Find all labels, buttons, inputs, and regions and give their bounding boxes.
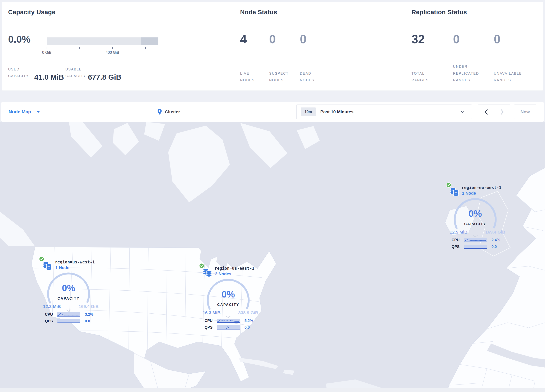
axis-tick-label: 0 GiB	[34, 50, 59, 55]
total-ranges-count: 32	[411, 33, 425, 45]
panel-divider	[517, 4, 517, 88]
region-marker-eu-west-1[interactable]: region=eu-west-1 1 Node 0% CAPACITY 12.5…	[446, 181, 508, 252]
chevron-down-icon	[461, 111, 464, 113]
suspect-nodes-count: 0	[269, 33, 276, 45]
dead-nodes-count: 0	[300, 33, 307, 45]
region-used-capacity: 16.3 MiB	[203, 310, 220, 315]
capacity-percent: 0%	[207, 290, 249, 299]
capacity-label: CAPACITY	[454, 222, 496, 226]
qps-label: QPS	[452, 245, 459, 249]
previous-interval-button[interactable]	[478, 105, 494, 119]
region-marker-us-east-1[interactable]: region=us-east-1 2 Nodes 0% CAPACITY 16.…	[198, 262, 261, 333]
region-used-capacity: 12.5 MiB	[450, 230, 467, 235]
axis-tick	[145, 47, 146, 49]
total-ranges-label: TOTAL RANGES	[411, 70, 429, 83]
region-name: region=us-west-1	[55, 260, 95, 264]
cpu-label: CPU	[45, 312, 53, 317]
region-used-capacity: 12.2 MiB	[43, 304, 61, 309]
axis-tick	[47, 47, 47, 49]
node-map-canvas[interactable]: region=us-west-1 1 Node 0% CAPACITY 12.2…	[0, 122, 545, 392]
node-status-title: Node Status	[240, 9, 277, 16]
dead-nodes-label: DEAD NODES	[300, 70, 315, 83]
replication-status-title: Replication Status	[411, 9, 467, 16]
region-usable-capacity: 169.4 GiB	[79, 304, 99, 309]
qps-label: QPS	[45, 319, 53, 324]
usable-capacity-value: 677.8 GiB	[88, 73, 121, 81]
capacity-percent: 0%	[48, 284, 89, 293]
capacity-usage-percent: 0.0%	[8, 34, 31, 44]
cpu-value: 5.2%	[244, 319, 253, 323]
time-range-dropdown[interactable]: 10m Past 10 Minutes	[296, 105, 472, 119]
region-usable-capacity: 169.4 GiB	[485, 230, 505, 235]
now-button-label: Now	[520, 109, 530, 114]
cpu-sparkline	[464, 238, 487, 242]
qps-value: 0.0	[85, 319, 90, 324]
time-range-label: Past 10 Minutes	[320, 109, 353, 114]
view-selector[interactable]: Node Map	[9, 102, 40, 122]
region-node-count: 1 Node	[55, 265, 69, 270]
axis-tick	[79, 47, 80, 49]
live-nodes-label: LIVE NODES	[240, 70, 255, 83]
database-stack-icon	[203, 267, 212, 277]
chevron-right-icon	[501, 109, 504, 115]
region-marker-us-west-1[interactable]: region=us-west-1 1 Node 0% CAPACITY 12.2…	[39, 255, 102, 327]
qps-value: 0.0	[491, 245, 497, 249]
under-replicated-label: UNDER- REPLICATED RANGES	[453, 63, 479, 83]
capacity-percent: 0%	[454, 209, 496, 218]
time-range-badge: 10m	[301, 107, 316, 116]
region-usable-capacity: 338.9 GiB	[238, 310, 258, 315]
breadcrumb-label: Cluster	[165, 109, 180, 114]
qps-label: QPS	[204, 325, 212, 330]
cpu-sparkline	[217, 319, 240, 323]
chevron-left-icon	[485, 109, 488, 115]
now-button[interactable]: Now	[514, 105, 536, 119]
capacity-label: CAPACITY	[48, 296, 89, 301]
next-interval-button[interactable]	[494, 105, 510, 119]
capacity-usage-bar-reserved	[141, 37, 158, 45]
used-capacity-value: 41.0 MiB	[34, 73, 64, 81]
unavailable-count: 0	[494, 33, 501, 45]
qps-sparkline	[464, 245, 487, 249]
cluster-summary-panel: Capacity Usage 0.0% 0 GiB 400 GiB USED C…	[2, 2, 543, 91]
qps-sparkline	[217, 325, 240, 330]
chevron-down-icon	[37, 111, 40, 113]
qps-sparkline	[57, 319, 80, 323]
cpu-value: 2.4%	[491, 238, 500, 242]
time-step-control	[478, 105, 510, 119]
expand-chevron-icon	[66, 309, 71, 312]
axis-tick	[112, 47, 113, 49]
suspect-nodes-label: SUSPECT NODES	[269, 70, 289, 83]
cpu-value: 3.2%	[85, 312, 93, 317]
region-node-count: 1 Node	[462, 191, 476, 196]
axis-tick-label: 400 GiB	[100, 50, 125, 55]
qps-value: 0.0	[244, 325, 250, 330]
cpu-label: CPU	[452, 238, 459, 242]
capacity-label: CAPACITY	[207, 303, 249, 307]
unavailable-label: UNAVAILABLE RANGES	[494, 70, 522, 83]
view-selector-label: Node Map	[9, 109, 31, 115]
database-stack-icon	[43, 261, 52, 271]
cpu-label: CPU	[204, 319, 212, 323]
capacity-usage-bar	[47, 37, 158, 45]
usable-capacity-label: USABLE CAPACITY	[65, 66, 86, 79]
cpu-sparkline	[57, 312, 80, 317]
used-capacity-label: USED CAPACITY	[8, 66, 29, 79]
region-name: region=us-east-1	[215, 266, 254, 271]
live-nodes-count: 4	[240, 33, 247, 45]
capacity-usage-title: Capacity Usage	[8, 9, 55, 16]
region-node-count: 2 Nodes	[215, 272, 231, 276]
database-stack-icon	[450, 187, 459, 197]
map-toolbar: Node Map Cluster 10m Past 10 Minutes Now	[1, 102, 544, 122]
location-pin-icon	[157, 109, 162, 115]
region-name: region=eu-west-1	[462, 185, 502, 190]
expand-chevron-icon	[473, 235, 478, 237]
breadcrumb[interactable]: Cluster	[157, 102, 180, 122]
under-replicated-count: 0	[453, 33, 460, 45]
expand-chevron-icon	[226, 316, 231, 318]
